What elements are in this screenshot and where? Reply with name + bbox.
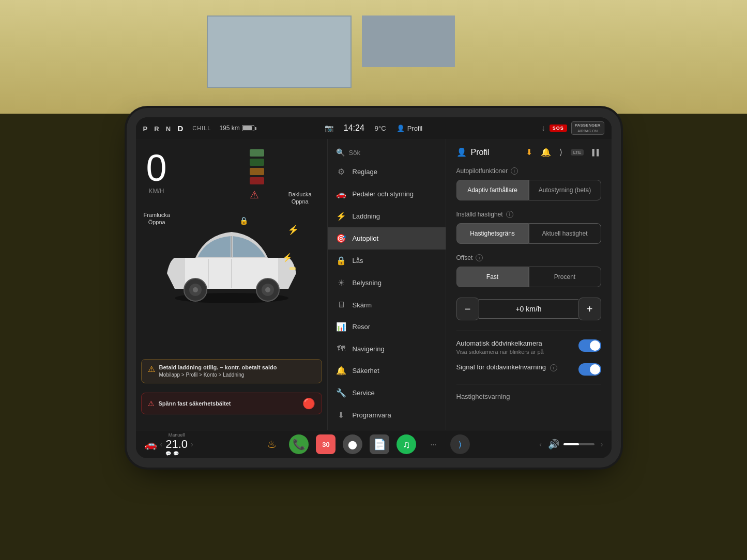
status-bar: P R N D CHILL 195 km 📷 14:24 9°C 👤 Profi… xyxy=(136,117,612,139)
sos-button[interactable]: SOS xyxy=(550,125,567,132)
menu-label-las: Lås xyxy=(353,257,363,265)
indicator-3 xyxy=(250,168,264,175)
volume-fill xyxy=(563,443,579,445)
menu-item-belysning[interactable]: ☀ Belysning xyxy=(328,272,446,294)
alert-text: Betald laddning otillg. – kontr. obetalt… xyxy=(159,364,277,379)
svg-point-8 xyxy=(265,287,270,292)
divider-2 xyxy=(456,384,601,384)
indicator-2 xyxy=(250,159,264,166)
charging-alert[interactable]: ⚠ Betald laddning otillg. – kontr. obeta… xyxy=(141,359,322,383)
menu-item-navigering[interactable]: 🗺 Navigering xyxy=(328,338,446,360)
gear-sub-icons: 💬💬 xyxy=(165,451,188,456)
offset-minus-btn[interactable]: − xyxy=(456,298,479,320)
bluetooth-taskbar-icon[interactable]: ⟩ xyxy=(450,434,470,454)
gear-display: Manuell 21.0 💬💬 xyxy=(165,432,188,456)
menu-item-skarm[interactable]: 🖥 Skärm xyxy=(328,294,446,316)
menu-item-service[interactable]: 🔧 Service xyxy=(328,382,446,404)
panel-header: 👤 Profil ⬇ 🔔 ⟩ LTE ▌▌ xyxy=(456,147,601,157)
profile-button[interactable]: 👤 Profil xyxy=(397,125,423,132)
seatbelt-red-icon: 🔴 xyxy=(302,397,315,410)
taskbar-center: ♨ 📞 30 ⬤ 📄 ♫ ··· ⟩ xyxy=(262,434,470,454)
blind-spot-camera-toggle[interactable] xyxy=(578,339,601,352)
spotify-icon[interactable]: ♫ xyxy=(397,434,416,454)
status-center: 📷 14:24 9°C 👤 Profil xyxy=(325,123,423,133)
adaptive-cruise-btn[interactable]: Adaptiv farthållare xyxy=(456,180,529,200)
resor-icon: 📊 xyxy=(336,322,346,332)
media-right-arrow[interactable]: › xyxy=(601,440,603,448)
toggle-knob-1 xyxy=(590,340,600,351)
speed-info-icon[interactable]: i xyxy=(506,211,513,218)
camera-icon[interactable]: ⬤ xyxy=(343,434,362,454)
offset-controls: − +0 km/h + xyxy=(456,298,601,320)
blind-spot-warning-text: Signal för doldavinkelnvarning i xyxy=(456,363,572,373)
heat-icon[interactable]: ♨ xyxy=(262,434,282,454)
menu-label-resor: Resor xyxy=(353,323,371,331)
percent-btn[interactable]: Procent xyxy=(529,267,601,287)
blind-spot-warning-toggle[interactable] xyxy=(578,363,601,376)
right-panel: 👤 Profil ⬇ 🔔 ⟩ LTE ▌▌ Autopilotfunktione… xyxy=(446,139,612,430)
speed-limit-btn[interactable]: Hastighetsgräns xyxy=(456,223,529,244)
reglage-icon: ⚙ xyxy=(336,167,346,177)
panel-icons: ⬇ 🔔 ⟩ LTE ▌▌ xyxy=(526,147,601,157)
speed-section-label: Inställd hastighet i xyxy=(456,211,601,218)
prnd-display: P R N D xyxy=(143,124,185,133)
panel-title: 👤 Profil xyxy=(456,147,490,157)
car-taskbar-icon: 🚗 xyxy=(144,438,157,450)
menu-label-autopilot: Autopilot xyxy=(353,235,379,242)
gear-mode-label: Manuell xyxy=(165,432,188,438)
blind-spot-camera-text: Automatisk dödvinkelkamera Visa sidokame… xyxy=(456,339,572,355)
profile-icon: 👤 xyxy=(456,147,467,157)
drive-mode: CHILL xyxy=(192,125,211,131)
menu-item-programvara[interactable]: ⬇ Programvara xyxy=(328,404,446,426)
back-door-label: BakluckaÖppna xyxy=(288,191,312,206)
autostyrning-btn[interactable]: Autostyrning (beta) xyxy=(529,180,601,200)
autopilot-info-icon[interactable]: i xyxy=(511,167,518,175)
gear-right-arrow[interactable]: › xyxy=(191,440,193,448)
battery-icon xyxy=(242,125,254,131)
fixed-btn[interactable]: Fast xyxy=(456,267,529,287)
lock-icon: 🔒 xyxy=(239,216,248,225)
divider-1 xyxy=(456,331,601,331)
menu-item-reglage[interactable]: ⚙ Reglage xyxy=(328,161,446,183)
media-left-arrow[interactable]: ‹ xyxy=(539,440,542,448)
menu-item-pedaler[interactable]: 🚗 Pedaler och styrning xyxy=(328,183,446,205)
pedaler-icon: 🚗 xyxy=(336,189,346,199)
menu-label-belysning: Belysning xyxy=(353,279,382,287)
calendar-icon[interactable]: 30 xyxy=(316,434,336,454)
menu-item-resor[interactable]: 📊 Resor xyxy=(328,316,446,338)
autopilot-icon: 🎯 xyxy=(336,234,346,243)
sakerhet-icon: 🔔 xyxy=(336,366,346,376)
menu-item-sakerhet[interactable]: 🔔 Säkerhet xyxy=(328,360,446,382)
toggle2-info-icon[interactable]: i xyxy=(550,364,557,371)
phone-icon[interactable]: 📞 xyxy=(289,434,309,454)
menu-item-autopilot[interactable]: 🎯 Autopilot xyxy=(328,227,446,250)
menu-label-programvara: Programvara xyxy=(353,411,391,419)
car-button[interactable]: 🚗 xyxy=(144,438,157,450)
volume-bar[interactable] xyxy=(563,443,594,445)
laddning-icon: ⚡ xyxy=(336,211,346,221)
svg-point-5 xyxy=(193,287,198,292)
gear-left-arrow[interactable]: ‹ xyxy=(160,440,163,448)
left-panel: 0 KM/H ⚠ FramluckaÖppna BakluckaÖppna xyxy=(136,139,327,430)
files-icon[interactable]: 📄 xyxy=(370,434,389,454)
more-apps-icon[interactable]: ··· xyxy=(423,434,443,454)
current-speed-btn[interactable]: Aktuell hastighet xyxy=(529,223,601,244)
seatbelt-icon: ⚠ xyxy=(148,399,155,408)
search-box[interactable]: 🔍 Sök xyxy=(328,144,446,161)
menu-item-uppgraderingar[interactable]: 🔓 Uppgraderingar xyxy=(328,426,446,430)
autopilot-section-label: Autopilotfunktioner i xyxy=(456,167,601,175)
volume-control: 🔊 xyxy=(548,439,594,450)
time-display: 14:24 xyxy=(344,123,364,133)
menu-item-laddning[interactable]: ⚡ Laddning xyxy=(328,205,446,227)
seatbelt-alert[interactable]: ⚠ Spänn fast säkerhetsbältet 🔴 xyxy=(141,393,322,414)
charge-side-icon: ⚡ xyxy=(287,224,299,236)
bluetooth-status-icon: ⟩ xyxy=(559,147,562,157)
temp-display: 9°C xyxy=(375,125,386,132)
bell-icon[interactable]: 🔔 xyxy=(541,147,551,157)
download-icon[interactable]: ⬇ xyxy=(526,147,532,157)
offset-plus-btn[interactable]: + xyxy=(578,298,601,320)
menu-item-las[interactable]: 🔒 Lås xyxy=(328,250,446,272)
tesla-screen: P R N D CHILL 195 km 📷 14:24 9°C 👤 Profi… xyxy=(136,117,612,458)
offset-info-icon[interactable]: i xyxy=(476,254,483,261)
airbag-badge: PASSENGER AIRBAG ON xyxy=(571,121,604,134)
